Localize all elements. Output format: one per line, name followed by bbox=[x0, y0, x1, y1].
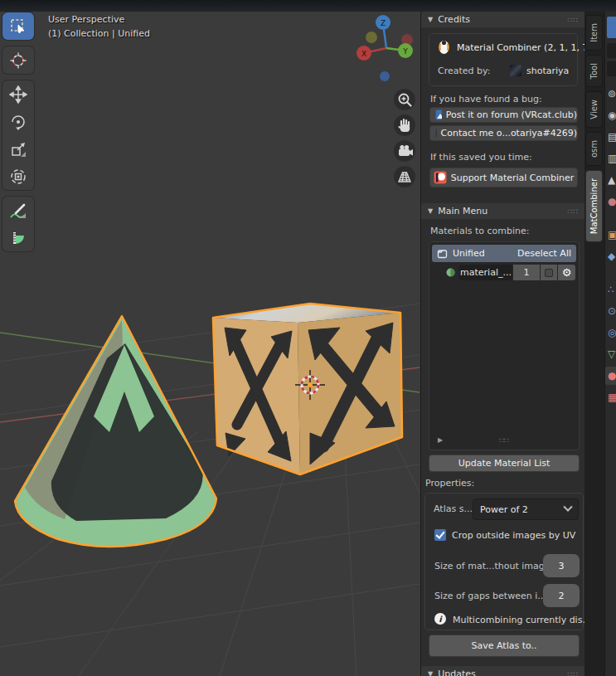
collapse-icon: ▼ bbox=[428, 16, 433, 23]
texture-properties-tab[interactable]: ▦ bbox=[605, 388, 616, 406]
render-icon: ◉ bbox=[608, 109, 616, 121]
particles-properties-tab[interactable]: ∴ bbox=[605, 280, 616, 299]
material-icon: ● bbox=[608, 370, 616, 382]
penguin-icon bbox=[438, 40, 450, 54]
save-atlas-button[interactable]: Save Atlas to.. bbox=[429, 635, 580, 657]
measure-tool-button[interactable] bbox=[2, 224, 34, 251]
material-checkbox[interactable] bbox=[541, 265, 557, 280]
particles-icon: ∴ bbox=[608, 284, 614, 295]
credits-panel-header[interactable]: ▼ Credits ∷∷ bbox=[421, 12, 584, 27]
list-expand-icon[interactable]: ▶ bbox=[438, 436, 443, 444]
zoom-view-button[interactable] bbox=[394, 89, 415, 110]
n-panel: ▼ Credits ∷∷ Material Combiner (2, 1, 1,… bbox=[420, 12, 584, 676]
rotate-tool-button[interactable] bbox=[2, 108, 34, 135]
world-properties-tab[interactable]: ● bbox=[605, 192, 616, 211]
annotate-icon bbox=[9, 202, 27, 220]
sidebar-tab-view[interactable]: View bbox=[585, 91, 603, 128]
viewport-toolbar bbox=[2, 12, 34, 258]
credits-header-label: Credits bbox=[438, 14, 470, 25]
transform-icon bbox=[9, 168, 27, 186]
constraints-properties-tab[interactable]: ◎ bbox=[605, 323, 616, 342]
material-name-field[interactable]: material_... bbox=[459, 265, 512, 280]
rotate-icon bbox=[9, 113, 27, 131]
discord-icon bbox=[435, 128, 437, 139]
editor-header-block bbox=[607, 43, 616, 58]
hand-icon bbox=[395, 116, 414, 134]
sidebar-tab-rail: ItemToolViewosmMatCombiner bbox=[585, 15, 604, 246]
atlas-size-dropdown[interactable]: Power of 2 bbox=[473, 498, 579, 520]
scale-icon bbox=[9, 140, 27, 158]
forum-button[interactable]: Post it on forum (VRcat.club) bbox=[429, 107, 578, 123]
sidebar-tab-osm[interactable]: osm bbox=[585, 132, 603, 166]
modifiers-properties-tab[interactable]: ◆ bbox=[605, 247, 616, 265]
info-icon: i bbox=[434, 613, 446, 625]
cone-object[interactable] bbox=[15, 316, 216, 547]
material-settings-gear-button[interactable]: ⚙ bbox=[558, 265, 575, 280]
data-properties-tab[interactable]: ▽ bbox=[605, 345, 616, 363]
navigation-gizmo[interactable]: Z X Y bbox=[355, 13, 418, 88]
material-count-field[interactable]: 1 bbox=[513, 265, 540, 280]
deselect-all-button[interactable]: Deselect All bbox=[517, 248, 571, 259]
material-ball-icon bbox=[446, 268, 455, 277]
material-list: Unified Deselect All material_... 1 ⚙ ▶ … bbox=[429, 241, 580, 450]
sidebar-tab-tool[interactable]: Tool bbox=[585, 55, 603, 87]
material-properties-tab[interactable]: ● bbox=[605, 367, 616, 385]
crop-checkbox[interactable] bbox=[434, 529, 446, 541]
move-tool-button[interactable] bbox=[2, 80, 34, 108]
editor-header-block bbox=[607, 61, 616, 76]
scale-tool-button[interactable] bbox=[2, 135, 34, 163]
list-grip-icon[interactable]: ∷∷ bbox=[499, 436, 508, 445]
object-properties-tab[interactable]: ▣ bbox=[605, 226, 616, 244]
cursor-tool-button[interactable] bbox=[2, 46, 34, 74]
output-properties-tab[interactable]: ▤ bbox=[605, 128, 616, 146]
forum-icon bbox=[435, 109, 442, 120]
3d-viewport[interactable]: User Perspective (1) Collection | Unifie… bbox=[0, 12, 420, 676]
physics-properties-tab[interactable]: ⊙ bbox=[605, 302, 616, 320]
constraints-icon: ◎ bbox=[608, 327, 616, 338]
active-tool-indicator[interactable] bbox=[607, 17, 616, 38]
sidebar-tab-item[interactable]: Item bbox=[585, 15, 603, 51]
panel-grip-icon[interactable]: ∷∷ bbox=[568, 670, 579, 676]
zoom-icon bbox=[395, 90, 414, 109]
properties-editor-rail: ⊚◉▤▥▲●▣◆∴⊙◎▽●▦ bbox=[604, 12, 616, 676]
collection-icon bbox=[437, 248, 448, 259]
pan-view-button[interactable] bbox=[394, 114, 415, 136]
transform-tool-button[interactable] bbox=[2, 163, 34, 190]
tool-properties-tab[interactable]: ⊚ bbox=[605, 85, 616, 103]
update-material-list-button[interactable]: Update Material List bbox=[429, 455, 580, 472]
select-box-tool-button[interactable] bbox=[2, 12, 34, 40]
blender-window: User Perspective (1) Collection | Unifie… bbox=[0, 0, 616, 676]
cube-object[interactable] bbox=[213, 304, 402, 474]
panel-grip-icon[interactable]: ∷∷ bbox=[568, 16, 579, 24]
camera-view-button[interactable] bbox=[394, 140, 415, 162]
render-properties-tab[interactable]: ◉ bbox=[605, 106, 616, 124]
ortho-toggle-button[interactable] bbox=[394, 166, 415, 187]
main-menu-panel-header[interactable]: ▼ Main Menu ∷∷ bbox=[421, 203, 584, 219]
support-button[interactable]: Support Material Combiner bbox=[429, 168, 578, 187]
material-group-row[interactable]: Unified Deselect All bbox=[432, 245, 576, 262]
move-icon bbox=[9, 85, 27, 104]
panel-grip-icon[interactable]: ∷∷ bbox=[568, 207, 579, 216]
atlas-size-label: Atlas s... bbox=[434, 503, 473, 514]
modifiers-icon: ◆ bbox=[608, 250, 615, 262]
created-by-label: Created by: bbox=[438, 66, 490, 76]
credits-box: Material Combiner (2, 1, 1, 7) Created b… bbox=[429, 33, 578, 86]
active-object-text: (1) Collection | Unified bbox=[48, 28, 150, 39]
patreon-icon bbox=[434, 171, 447, 184]
materials-to-combine-label: Materials to combine: bbox=[430, 226, 529, 236]
sidebar-tab-matcombiner[interactable]: MatCombiner bbox=[585, 170, 603, 242]
scene-properties-tab[interactable]: ▲ bbox=[605, 171, 616, 189]
annotate-tool-button[interactable] bbox=[2, 197, 34, 224]
camera-icon bbox=[395, 142, 414, 160]
gizmo-neg-z-ball[interactable] bbox=[380, 71, 390, 81]
gaps-field[interactable]: 2 bbox=[543, 584, 580, 607]
size-without-image-field[interactable]: 3 bbox=[543, 554, 580, 577]
scene-icon: ▲ bbox=[608, 174, 615, 186]
updates-panel-header[interactable]: ▼ Updates ∷∷ bbox=[421, 666, 584, 676]
view-layer-properties-tab[interactable]: ▥ bbox=[605, 149, 616, 168]
contact-button[interactable]: Contact me o...otariya#4269) bbox=[429, 125, 578, 141]
gaps-label: Size of gaps between i... bbox=[434, 591, 546, 601]
view-layer-icon: ▥ bbox=[608, 153, 616, 164]
chevron-down-icon bbox=[563, 503, 572, 512]
gizmo-neg-y-ball[interactable] bbox=[366, 32, 377, 43]
